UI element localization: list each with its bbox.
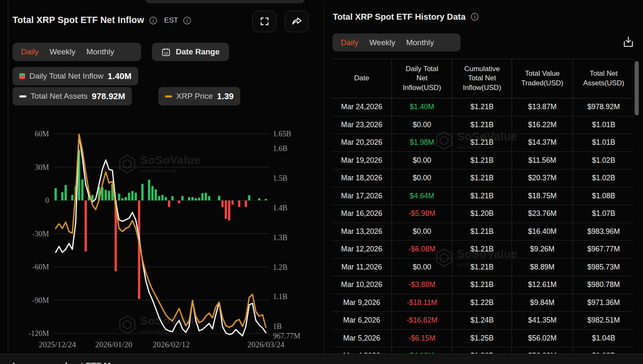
date-range-button[interactable]: 12 Date Range bbox=[152, 43, 229, 61]
cell-value: $11.56M bbox=[512, 152, 573, 169]
inflow-bar bbox=[171, 196, 174, 200]
cell-date: Mar 20,2026 bbox=[332, 134, 391, 151]
cell-value: $1.21B bbox=[452, 276, 512, 294]
x-axis-tick: 2025/12/24 bbox=[39, 340, 76, 349]
bar-series-icon bbox=[19, 73, 25, 79]
cell-value: $985.73M bbox=[573, 259, 634, 276]
tab-daily[interactable]: Daily bbox=[341, 38, 358, 47]
table-row: Mar 18,2026$0.00$1.21B$20.37M$1.02B bbox=[332, 169, 634, 187]
inflow-bar bbox=[168, 200, 170, 207]
table-row: Mar 6,2026-$16.62M$1.24B$41.35M$982.51M bbox=[332, 312, 634, 330]
table-row: Mar 20,2026$1.98M$1.21B$14.37M$1.01B bbox=[332, 134, 634, 152]
cell-value: $18.75M bbox=[512, 187, 573, 205]
cell-value: $1.40M bbox=[391, 98, 452, 116]
right-axis-tick: 1.3B bbox=[273, 233, 288, 242]
cell-value: $0.00 bbox=[391, 116, 452, 134]
right-axis-tick: 1.5B bbox=[273, 174, 288, 182]
x-axis-tick: 2026/01/20 bbox=[95, 340, 132, 349]
date-range-label: Date Range bbox=[176, 47, 220, 56]
cell-value: $1.21B bbox=[452, 241, 512, 258]
netflow-chart[interactable]: 60M30M0-30M-60M-90M-120M1.65B1.6B1.5B1.4… bbox=[8, 126, 323, 354]
legend-value: 1.40M bbox=[108, 71, 131, 81]
cell-value: $983.96M bbox=[573, 223, 634, 241]
legend-label: XRP Price bbox=[176, 92, 213, 101]
info-icon[interactable] bbox=[183, 16, 191, 25]
cell-value: -$6.08M bbox=[391, 241, 452, 258]
tab-weekly[interactable]: Weekly bbox=[49, 47, 75, 56]
cell-value: $1.20B bbox=[452, 205, 512, 223]
inflow-bar bbox=[148, 179, 150, 200]
tab-daily[interactable]: Daily bbox=[21, 47, 39, 56]
tab-monthly[interactable]: Monthly bbox=[406, 38, 434, 47]
table-panel-title: Total XRP Spot ETF History Data bbox=[333, 12, 466, 22]
cell-value: $16.40M bbox=[512, 223, 573, 241]
inflow-bar bbox=[228, 200, 231, 220]
cell-value: $23.76M bbox=[512, 205, 573, 223]
table-row: Mar 4,2026$4.19M$1.26B$56.03M$1.08B bbox=[332, 347, 634, 354]
inflow-bar bbox=[248, 195, 251, 200]
cell-date: Mar 5,2026 bbox=[332, 330, 391, 347]
column-header: Cumulative Total Net Inflow(USD) bbox=[452, 59, 512, 98]
cell-value: $4.19M bbox=[391, 347, 452, 354]
cell-value: $967.77M bbox=[573, 241, 634, 258]
table-scrollbar[interactable] bbox=[635, 61, 639, 115]
cell-value: $16.22M bbox=[512, 116, 573, 134]
cell-date: Mar 19,2026 bbox=[332, 152, 391, 169]
inflow-bar bbox=[225, 200, 227, 219]
cell-value: $4.64M bbox=[391, 187, 452, 205]
inflow-bar bbox=[218, 196, 221, 200]
inflow-bar bbox=[181, 196, 184, 200]
cell-value: $41.35M bbox=[512, 312, 573, 329]
cell-date: Mar 24,2026 bbox=[332, 98, 391, 116]
cell-value: $14.37M bbox=[512, 134, 573, 151]
table-row: Mar 23,2026$0.00$1.21B$16.22M$1.01B bbox=[332, 116, 634, 134]
tab-weekly[interactable]: Weekly bbox=[369, 38, 395, 47]
partial-section-label: Learn more about ETF M bbox=[13, 361, 111, 364]
legend-daily-net-inflow[interactable]: Daily Total Net Inflow 1.40M bbox=[13, 67, 138, 85]
cell-value: $1.01B bbox=[573, 134, 634, 151]
cell-value: $1.21B bbox=[452, 223, 512, 241]
table-period-tabs: Daily Weekly Monthly bbox=[332, 33, 460, 51]
table-header-row: DateDaily Total Net Inflow(USD)Cumulativ… bbox=[332, 59, 634, 98]
inflow-bar bbox=[85, 200, 87, 251]
cell-date: Mar 16,2026 bbox=[332, 205, 391, 223]
inflow-bar bbox=[105, 190, 107, 200]
cell-value: $1.21B bbox=[452, 169, 512, 187]
download-icon[interactable] bbox=[622, 35, 635, 49]
white-line-icon bbox=[19, 95, 26, 97]
left-axis-tick: 0 bbox=[45, 196, 49, 205]
inflow-bar bbox=[208, 196, 211, 200]
cell-value: $1.26B bbox=[452, 347, 512, 354]
cell-date: Mar 9,2026 bbox=[332, 294, 391, 312]
cell-value: $56.02M bbox=[512, 330, 573, 347]
info-icon[interactable] bbox=[471, 13, 479, 21]
inflow-bar bbox=[231, 200, 234, 205]
cell-value: $1.21B bbox=[452, 116, 512, 134]
left-axis-tick: -60M bbox=[32, 263, 49, 271]
legend-value: 978.92M bbox=[92, 91, 125, 101]
inflow-bar bbox=[265, 199, 267, 200]
share-button[interactable] bbox=[285, 10, 309, 32]
cell-value: $8.89M bbox=[512, 259, 573, 276]
left-axis-tick: 60M bbox=[35, 130, 49, 138]
cell-date: Mar 17,2026 bbox=[332, 187, 391, 205]
cell-value: -$3.88M bbox=[391, 276, 452, 294]
tab-monthly[interactable]: Monthly bbox=[86, 47, 114, 56]
right-axis-tick: 967.77M bbox=[273, 332, 301, 340]
cell-date: Mar 11,2026 bbox=[332, 259, 391, 276]
fullscreen-button[interactable] bbox=[252, 10, 276, 32]
legend-xrp-price[interactable]: XRP Price 1.39 bbox=[158, 87, 240, 105]
inflow-bar bbox=[205, 192, 207, 200]
inflow-bar bbox=[201, 193, 204, 200]
table-row: Mar 9,2026-$18.11M$1.22B$9.84M$971.36M bbox=[332, 294, 634, 312]
inflow-bar bbox=[108, 191, 111, 200]
legend-total-net-assets[interactable]: Total Net Assets 978.92M bbox=[13, 87, 132, 105]
inflow-bar bbox=[154, 190, 157, 201]
info-icon[interactable] bbox=[149, 16, 157, 25]
table-row: Mar 24,2026$1.40M$1.21B$13.87M$978.92M bbox=[332, 98, 634, 116]
share-icon bbox=[291, 15, 303, 27]
legend-label: Daily Total Net Inflow bbox=[29, 72, 103, 81]
column-header: Daily Total Net Inflow(USD) bbox=[391, 59, 452, 98]
left-axis-tick: -30M bbox=[32, 230, 49, 238]
inflow-bar bbox=[191, 197, 194, 200]
